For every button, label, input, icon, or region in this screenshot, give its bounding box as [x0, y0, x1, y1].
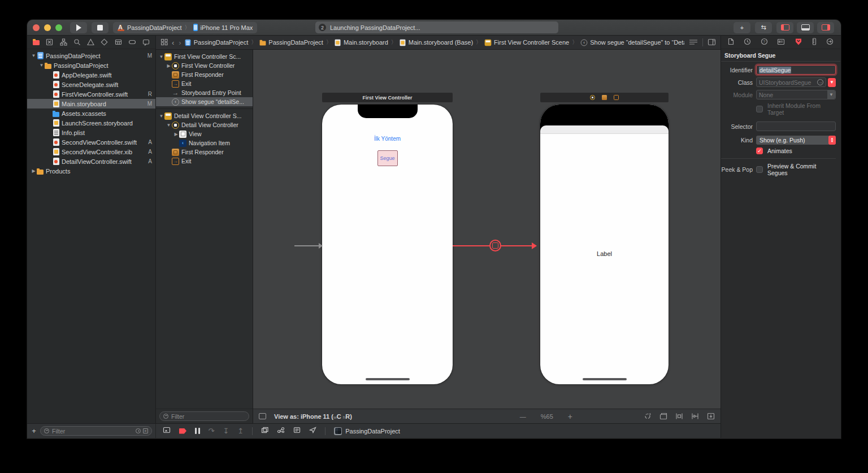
animates-checkbox[interactable]: ✓ [756, 147, 763, 154]
source-control-tab[interactable] [46, 38, 53, 46]
jump-to-class-icon[interactable]: → [817, 79, 823, 85]
outline-row[interactable]: Show segue “detailSe... [156, 97, 253, 106]
navigation-bar[interactable] [540, 125, 669, 133]
disclosure-triangle[interactable]: ▼ [158, 54, 164, 59]
editor-options-button[interactable]: ⇆ [755, 22, 772, 33]
zoom-in-button[interactable]: + [568, 412, 572, 421]
forward-button[interactable]: › [179, 38, 181, 47]
update-frames-icon[interactable] [644, 413, 652, 420]
outline-row[interactable]: Storyboard Entry Point [156, 88, 253, 97]
test-navigator-tab[interactable] [101, 38, 108, 46]
align-icon[interactable] [675, 413, 683, 420]
size-inspector-tab[interactable] [812, 38, 817, 46]
related-items-icon[interactable] [160, 38, 168, 47]
step-out-icon[interactable]: ↥ [237, 427, 244, 435]
jumpbar-item[interactable]: Main.storyboard [335, 39, 388, 46]
preview-commit-checkbox[interactable] [756, 166, 763, 173]
view-as-control[interactable]: View as: iPhone 11 (wC hR) [274, 413, 352, 420]
module-dropdown-icon[interactable]: ▼ [827, 90, 835, 99]
outline-row[interactable]: Exit [156, 79, 253, 88]
project-navigator-tab[interactable] [33, 37, 40, 47]
running-app-chip[interactable]: PassingDataProject [334, 427, 400, 435]
toggle-debug-area-button[interactable] [797, 22, 814, 33]
outline-row[interactable]: First Responder [156, 70, 253, 79]
activity-count-badge[interactable]: 2 [319, 24, 326, 31]
pause-execution-icon[interactable] [195, 428, 200, 434]
memory-graph-icon[interactable] [277, 427, 285, 435]
view-controller-icon[interactable] [590, 95, 595, 100]
simulate-location-icon[interactable] [309, 427, 316, 435]
stop-button[interactable] [92, 22, 108, 33]
jumpbar-item[interactable]: PassingDataProject [185, 39, 249, 46]
file-row[interactable]: Info.plist [27, 128, 155, 137]
identity-inspector-tab[interactable] [777, 38, 785, 46]
class-field[interactable]: UIStoryboardSegue → [756, 77, 826, 87]
scene2-header[interactable] [540, 93, 669, 102]
storyboard-entry-point-arrow[interactable] [294, 245, 322, 246]
class-dropdown-button[interactable]: ▼ [828, 78, 836, 87]
environment-overrides-icon[interactable] [293, 427, 301, 435]
segue-button[interactable]: Segue [377, 150, 398, 166]
scene1-header[interactable]: First View Controller [322, 93, 453, 102]
file-row[interactable]: Main.storyboardM [27, 99, 155, 109]
identifier-field[interactable]: detailSegue [756, 65, 836, 75]
kind-popup[interactable]: Show (e.g. Push) ▲▼ [756, 136, 836, 145]
file-row[interactable]: Assets.xcassets [27, 109, 155, 118]
toggle-navigator-button[interactable] [776, 22, 793, 33]
close-window-button[interactable] [33, 24, 40, 31]
first-method-button[interactable]: İlk Yöntem [322, 136, 453, 142]
file-row[interactable]: SecondViewController.xibA [27, 147, 155, 157]
zoom-window-button[interactable] [55, 24, 62, 31]
first-responder-icon[interactable] [602, 95, 607, 100]
file-row[interactable]: SecondViewController.swiftA [27, 137, 155, 147]
view-debugger-icon[interactable] [261, 427, 268, 435]
storyboard-canvas[interactable]: First View Controller İlk Yöntem Segue [253, 50, 721, 409]
disclosure-triangle[interactable]: ▼ [38, 63, 45, 68]
add-constraints-icon[interactable] [691, 413, 699, 420]
zoom-level[interactable]: %65 [541, 413, 553, 420]
outline-row[interactable]: ▶View [156, 129, 253, 138]
quick-help-inspector-tab[interactable]: ? [761, 38, 768, 46]
outline-row[interactable]: ▶First View Controller [156, 61, 253, 70]
recent-files-icon[interactable] [136, 428, 141, 433]
add-editor-icon[interactable] [708, 38, 716, 47]
navigator-filter-field[interactable]: Filter ✕ [40, 426, 152, 436]
outline-row[interactable]: Exit [156, 157, 253, 166]
breakpoint-navigator-tab[interactable] [128, 38, 136, 46]
disclosure-triangle[interactable]: ▶ [173, 132, 179, 137]
zoom-out-button[interactable]: — [520, 413, 526, 420]
toggle-debug-area-icon[interactable] [163, 427, 171, 435]
outline-row[interactable]: ▼First View Controller Sc... [156, 52, 253, 61]
attributes-inspector-tab[interactable] [795, 38, 802, 47]
segue-icon[interactable] [489, 240, 501, 251]
outline-filter-field[interactable]: Filter [159, 411, 249, 421]
file-row[interactable]: FirstViewController.swiftR [27, 89, 155, 99]
report-navigator-tab[interactable] [142, 38, 150, 46]
jumpbar-item[interactable]: Show segue “detailSegue” to “Detail View… [580, 39, 684, 46]
file-row[interactable]: DetailViewController.swiftA [27, 157, 155, 166]
toggle-inspector-button[interactable] [817, 22, 834, 33]
scheme-selector[interactable]: PassingDataProject 〉 iPhone 11 Pro Max [113, 22, 257, 33]
outline-row[interactable]: ▼Detail View Controller S... [156, 111, 253, 120]
connections-inspector-tab[interactable] [826, 38, 834, 46]
outline-row[interactable]: Navigation Item [156, 138, 253, 147]
minimize-window-button[interactable] [44, 24, 51, 31]
file-row[interactable]: LaunchScreen.storyboard [27, 118, 155, 128]
file-inspector-tab[interactable] [728, 38, 734, 46]
first-view-controller[interactable]: İlk Yöntem Segue [322, 105, 453, 384]
symbol-navigator-tab[interactable] [60, 38, 67, 46]
disclosure-triangle[interactable]: ▼ [166, 123, 172, 128]
disclosure-triangle[interactable]: ▶ [31, 168, 37, 173]
exit-icon[interactable] [614, 95, 619, 100]
file-row[interactable]: AppDelegate.swift [27, 70, 155, 80]
disclosure-triangle[interactable]: ▶ [166, 63, 172, 68]
source-control-filter-icon[interactable]: ✕ [143, 428, 148, 433]
outline-row[interactable]: ▼Detail View Controller [156, 120, 253, 129]
file-row[interactable]: ▶Products [27, 166, 155, 176]
resolve-autolayout-icon[interactable] [707, 413, 715, 420]
add-filter-button[interactable]: + [31, 427, 37, 435]
disclosure-triangle[interactable]: ▼ [31, 53, 37, 58]
issue-navigator-tab[interactable] [87, 38, 94, 46]
selector-field[interactable] [756, 121, 836, 131]
back-button[interactable]: ‹ [172, 38, 174, 47]
